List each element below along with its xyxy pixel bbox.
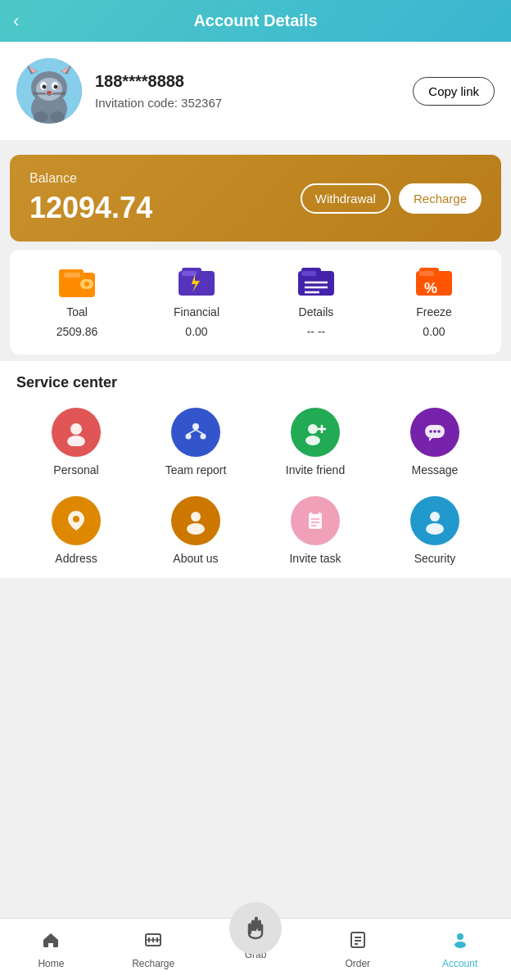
service-grid: Personal Team report (16, 408, 495, 565)
stat-financial[interactable]: Financial 0.00 (174, 266, 219, 338)
stat-freeze-label: Freeze (416, 305, 452, 318)
profile-phone: 188****8888 (95, 72, 400, 91)
bottom-spacer (0, 578, 511, 652)
tab-order-label: Order (345, 958, 370, 969)
invite-friend-icon (291, 408, 340, 457)
service-section: Service center Personal (0, 361, 511, 578)
grab-circle (229, 902, 282, 955)
svg-line-45 (196, 430, 203, 434)
svg-point-64 (430, 512, 440, 522)
svg-marker-55 (429, 438, 432, 441)
service-invite-task[interactable]: Invite task (256, 496, 375, 565)
stats-card: Toal 2509.86 Financial 0.00 (10, 250, 501, 355)
invite-friend-label: Invite friend (286, 463, 345, 476)
tab-order[interactable]: Order (306, 919, 409, 980)
security-label: Security (414, 552, 456, 565)
service-about-us[interactable]: About us (136, 496, 256, 565)
svg-point-18 (50, 111, 65, 123)
svg-rect-60 (312, 510, 319, 514)
tab-grab[interactable]: Grab (205, 919, 307, 980)
service-address[interactable]: Address (16, 496, 136, 565)
svg-point-42 (186, 434, 192, 440)
balance-actions: Withdrawal Recharge (301, 183, 482, 214)
details-icon (295, 266, 337, 299)
svg-point-65 (426, 523, 444, 535)
stat-details-label: Details (299, 305, 334, 318)
invite-task-icon (291, 496, 340, 545)
balance-card: Balance 12094.74 Withdrawal Recharge (10, 155, 501, 242)
page-title: Account Details (193, 11, 317, 30)
svg-point-7 (36, 78, 62, 101)
security-icon (410, 496, 459, 545)
profile-section: 188****8888 Invitation code: 352367 Copy… (0, 42, 511, 140)
svg-point-40 (67, 436, 85, 446)
recharge-icon (143, 930, 163, 955)
financial-icon (175, 266, 218, 299)
account-icon (450, 930, 470, 955)
svg-point-53 (433, 430, 436, 433)
balance-info: Balance 12094.74 (29, 171, 152, 225)
balance-amount: 12094.74 (29, 191, 152, 225)
svg-point-10 (43, 85, 47, 89)
svg-rect-21 (64, 273, 80, 278)
avatar (16, 58, 82, 124)
freeze-icon: % (413, 266, 455, 299)
svg-rect-31 (301, 271, 316, 276)
service-team-report[interactable]: Team report (136, 408, 256, 476)
personal-icon (52, 408, 101, 457)
invite-task-label: Invite task (289, 552, 341, 565)
stat-financial-value: 0.00 (185, 325, 207, 338)
stat-toal-label: Toal (66, 305, 88, 318)
stat-freeze-value: 0.00 (423, 325, 445, 338)
svg-point-75 (457, 933, 464, 940)
service-personal[interactable]: Personal (16, 408, 136, 476)
svg-point-48 (305, 436, 320, 445)
withdrawal-button[interactable]: Withdrawal (301, 183, 391, 214)
svg-point-76 (454, 942, 466, 948)
stat-toal[interactable]: Toal 2509.86 (56, 266, 98, 338)
service-message[interactable]: Message (375, 408, 495, 476)
tab-home[interactable]: Home (0, 919, 102, 980)
stat-details-value: -- -- (307, 325, 326, 338)
svg-point-23 (84, 282, 89, 287)
svg-point-58 (187, 523, 205, 535)
svg-point-39 (70, 423, 82, 435)
svg-point-43 (201, 434, 206, 440)
svg-rect-59 (309, 513, 322, 529)
tab-home-label: Home (38, 958, 64, 969)
recharge-button[interactable]: Recharge (399, 183, 482, 214)
stat-details[interactable]: Details -- -- (295, 266, 337, 338)
home-icon (41, 930, 61, 955)
svg-point-17 (34, 111, 48, 123)
order-icon (348, 930, 368, 955)
tab-account[interactable]: Account (409, 919, 511, 980)
message-label: Message (412, 463, 459, 476)
stat-financial-label: Financial (174, 305, 219, 318)
address-icon (52, 496, 101, 545)
address-label: Address (55, 552, 97, 565)
service-center-title: Service center (16, 374, 495, 391)
copy-link-button[interactable]: Copy link (413, 77, 495, 106)
header: ‹ Account Details (0, 0, 511, 42)
team-report-icon (171, 408, 220, 457)
wallet-icon (56, 266, 98, 299)
message-icon (410, 408, 459, 457)
svg-point-47 (308, 424, 318, 434)
tab-recharge[interactable]: Recharge (102, 919, 205, 980)
divider (0, 140, 511, 147)
profile-info: 188****8888 Invitation code: 352367 (95, 72, 400, 110)
service-invite-friend[interactable]: Invite friend (256, 408, 375, 476)
tab-account-label: Account (442, 958, 477, 969)
about-us-label: About us (173, 552, 218, 565)
svg-text:%: % (424, 280, 437, 296)
profile-invite: Invitation code: 352367 (95, 96, 400, 110)
tab-bar: Home Recharge Grab (0, 918, 511, 980)
stat-freeze[interactable]: % Freeze 0.00 (413, 266, 455, 338)
svg-rect-27 (182, 271, 197, 276)
back-button[interactable]: ‹ (13, 11, 19, 32)
svg-point-57 (191, 512, 201, 522)
service-security[interactable]: Security (375, 496, 495, 565)
svg-point-56 (73, 516, 79, 522)
avatar-image (16, 58, 82, 124)
svg-point-12 (47, 91, 52, 94)
